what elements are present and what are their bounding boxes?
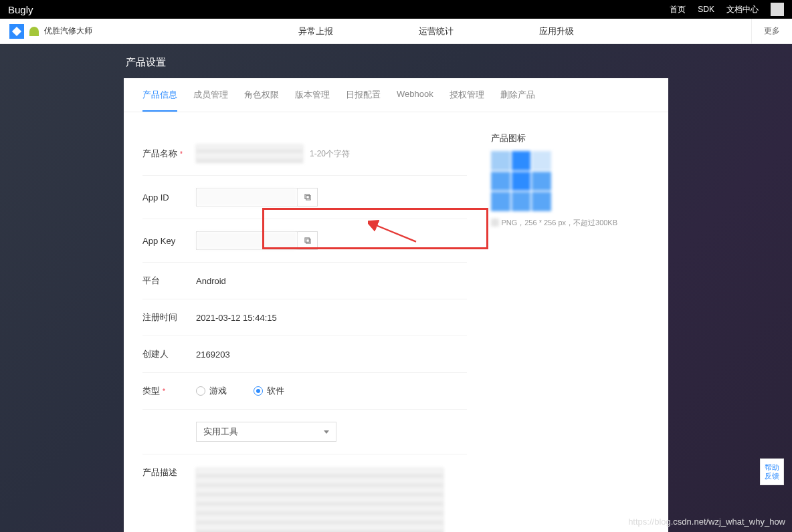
label-register-time: 注册时间 <box>142 311 196 323</box>
nav-crash-report[interactable]: 异常上报 <box>296 20 336 43</box>
chevron-down-icon <box>324 430 329 434</box>
radio-software-label: 软件 <box>267 385 284 397</box>
watermark: https://blog.csdn.net/wzj_what_why_how <box>628 517 785 527</box>
nav-stats[interactable]: 运营统计 <box>416 20 456 43</box>
app-name[interactable]: 优胜汽修大师 <box>44 25 92 37</box>
label-creator: 创建人 <box>142 348 196 360</box>
label-type: 类型* <box>142 385 196 397</box>
app-key-value <box>197 232 297 249</box>
platform-value: Android <box>196 276 226 286</box>
register-time-value: 2021-03-12 15:44:15 <box>196 313 277 323</box>
tab-auth[interactable]: 授权管理 <box>450 89 484 112</box>
creator-value: 2169203 <box>196 350 230 360</box>
app-logo-icon <box>9 24 24 39</box>
tab-delete[interactable]: 删除产品 <box>500 89 535 112</box>
app-id-value <box>197 188 297 206</box>
top-link-sdk[interactable]: SDK <box>698 5 714 14</box>
copy-app-id-button[interactable] <box>297 188 317 206</box>
product-icon-preview[interactable] <box>491 151 551 211</box>
radio-game[interactable]: 游戏 <box>196 385 227 397</box>
category-select[interactable]: 实用工具 <box>196 422 336 442</box>
svg-rect-0 <box>306 196 310 200</box>
label-app-id: App ID <box>142 192 196 203</box>
brand-logo[interactable]: Bugly <box>8 4 670 15</box>
svg-rect-1 <box>304 194 308 198</box>
copy-app-key-button[interactable] <box>297 232 317 249</box>
label-product-name: 产品名称* <box>142 148 196 160</box>
tab-members[interactable]: 成员管理 <box>193 89 228 112</box>
page-title: 产品设置 <box>0 44 792 78</box>
tab-product-info[interactable]: 产品信息 <box>142 89 177 112</box>
radio-game-label: 游戏 <box>209 385 227 397</box>
product-name-hint: 1-20个字符 <box>310 148 350 160</box>
description-textarea[interactable] <box>196 468 443 532</box>
tab-daily-report[interactable]: 日报配置 <box>346 89 381 112</box>
nav-more[interactable]: 更多 <box>751 19 792 43</box>
avatar[interactable] <box>771 3 784 16</box>
icon-hint: PNG，256 * 256 px，不超过300KB <box>491 218 650 228</box>
android-icon <box>29 27 39 36</box>
label-description: 产品描述 <box>142 467 196 479</box>
category-value: 实用工具 <box>203 426 238 438</box>
top-link-home[interactable]: 首页 <box>670 4 686 15</box>
top-link-docs[interactable]: 文档中心 <box>726 4 759 15</box>
tab-roles[interactable]: 角色权限 <box>244 89 279 112</box>
product-name-input[interactable] <box>196 144 303 163</box>
nav-upgrade[interactable]: 应用升级 <box>536 20 577 43</box>
tab-webhook[interactable]: Webhook <box>397 89 433 112</box>
svg-rect-2 <box>306 239 310 243</box>
tab-versions[interactable]: 版本管理 <box>295 89 330 112</box>
copy-icon <box>303 192 312 202</box>
icon-section-title: 产品图标 <box>491 132 650 144</box>
label-app-key: App Key <box>142 236 196 246</box>
copy-icon <box>303 236 312 245</box>
radio-software[interactable]: 软件 <box>254 385 284 397</box>
help-feedback-button[interactable]: 帮助 反馈 <box>760 458 784 485</box>
label-platform: 平台 <box>142 275 196 287</box>
svg-rect-3 <box>304 238 308 242</box>
